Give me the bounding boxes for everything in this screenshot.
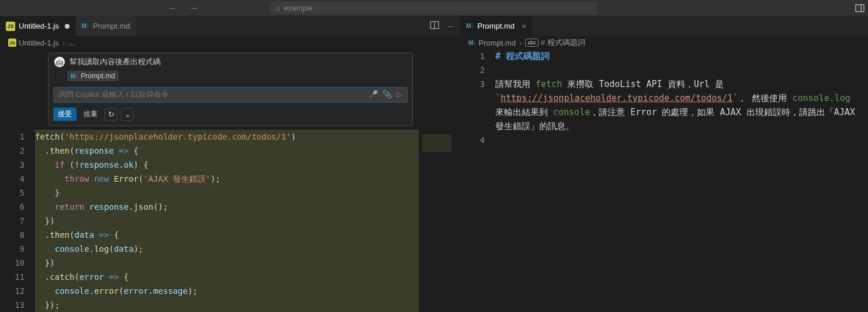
accept-button[interactable]: 接受	[53, 108, 77, 121]
nav-back-icon[interactable]: ←	[168, 3, 178, 13]
layout-panel-icon[interactable]	[855, 4, 864, 13]
chevron-down-icon[interactable]: ⌄	[121, 108, 134, 121]
title-bar: ← → ⌕ example	[0, 0, 868, 16]
line-gutter: 12345678910111213	[0, 130, 35, 312]
svg-rect-0	[856, 5, 864, 12]
markdown-icon: M↓	[82, 23, 89, 29]
copilot-reference-chip[interactable]: M↓ Prompt.md	[67, 71, 119, 81]
close-icon[interactable]: ×	[522, 22, 526, 31]
tab-bar-left: JS Untitled-1.js M↓ Prompt.md ···	[0, 16, 460, 36]
more-actions-icon[interactable]: ···	[447, 22, 454, 30]
editor-group-left: JS Untitled-1.js M↓ Prompt.md ··· JS Unt…	[0, 16, 460, 312]
line-gutter: 123 4	[460, 49, 495, 312]
command-center[interactable]: ⌕ example	[270, 2, 598, 15]
microphone-icon[interactable]: 🎤	[369, 90, 378, 99]
split-editor-icon[interactable]	[430, 20, 439, 32]
copilot-prompt-text: 幫我讀取內容後產出程式碼	[70, 57, 161, 67]
dirty-indicator-icon	[65, 24, 70, 29]
code-editor[interactable]: 12345678910111213 fetch('https://jsonpla…	[0, 130, 460, 312]
markdown-editor[interactable]: 123 4 # 程式碼題詞 請幫我用 fetch 來撈取 TodoList AP…	[460, 49, 868, 312]
copilot-avatar-icon: 🤖	[54, 57, 65, 67]
attach-icon[interactable]: 📎	[383, 90, 392, 99]
nav-forward-icon[interactable]: →	[189, 3, 199, 13]
markdown-icon: M↓	[468, 40, 476, 46]
markdown-icon: M↓	[466, 23, 474, 29]
markdown-content[interactable]: # 程式碼題詞 請幫我用 fetch 來撈取 TodoList API 資料，U…	[495, 49, 868, 312]
breadcrumb-left[interactable]: JS Untitled-1.js › ...	[0, 36, 460, 49]
breadcrumb-right[interactable]: M↓ Prompt.md › abc # 程式碼題詞	[460, 36, 868, 49]
search-placeholder: example	[284, 4, 313, 12]
tab-prompt-md[interactable]: M↓ Prompt.md	[76, 16, 137, 36]
editor-group-right: M↓ Prompt.md × M↓ Prompt.md › abc # 程式碼題…	[460, 16, 868, 312]
copilot-input-field[interactable]	[58, 90, 364, 99]
copilot-input[interactable]: 🎤 📎 ▷	[53, 87, 408, 103]
minimap[interactable]	[419, 130, 460, 312]
tab-untitled-js[interactable]: JS Untitled-1.js	[0, 16, 76, 36]
copilot-inline-chat: 🤖 幫我讀取內容後產出程式碼 M↓ Prompt.md 🎤 📎 ▷ 接受 捨棄 …	[48, 53, 413, 126]
rerun-icon[interactable]: ↻	[105, 108, 117, 121]
markdown-icon: M↓	[71, 73, 78, 79]
tab-bar-right: M↓ Prompt.md ×	[460, 16, 868, 36]
tab-prompt-md-right[interactable]: M↓ Prompt.md ×	[460, 16, 533, 36]
send-icon[interactable]: ▷	[397, 90, 402, 99]
javascript-icon: JS	[6, 22, 15, 31]
search-icon: ⌕	[276, 4, 280, 12]
code-content[interactable]: fetch('https://jsonplaceholder.typicode.…	[35, 130, 419, 312]
discard-button[interactable]: 捨棄	[80, 108, 101, 121]
javascript-icon: JS	[8, 39, 16, 47]
symbol-kind-icon: abc	[525, 39, 539, 47]
